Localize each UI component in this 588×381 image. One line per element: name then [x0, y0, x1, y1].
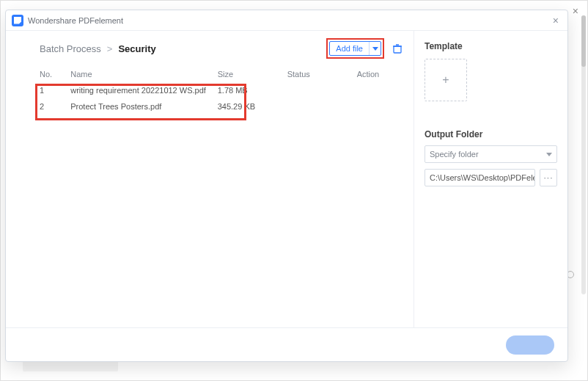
breadcrumb-root[interactable]: Batch Process — [40, 43, 101, 54]
modal-titlebar: Wondershare PDFelement × — [6, 10, 567, 31]
folder-mode-label: Specify folder — [430, 150, 479, 159]
addfile-highlight: Add file — [326, 38, 384, 59]
output-path-row: C:\Users\WS\Desktop\PDFelement\Sec ··· — [425, 169, 557, 186]
breadcrumb-current: Security — [118, 43, 155, 54]
file-table-area: No. Name Size Status Action 1 writing re… — [40, 66, 403, 115]
folder-mode-select[interactable]: Specify folder — [425, 145, 557, 163]
chevron-right-icon: > — [107, 43, 113, 54]
cell-size: 1.78 MB — [218, 82, 287, 98]
cell-size: 345.29 KB — [218, 98, 287, 115]
cell-no: 1 — [40, 82, 70, 98]
col-no: No. — [40, 66, 70, 82]
breadcrumb-row: Batch Process > Security Add file — [40, 38, 403, 59]
cell-name: Protect Trees Posters.pdf — [70, 98, 218, 115]
col-name: Name — [70, 66, 218, 82]
add-file-button[interactable]: Add file — [329, 41, 381, 56]
template-title: Template — [425, 41, 557, 51]
output-title: Output Folder — [425, 129, 557, 139]
apply-button[interactable] — [506, 335, 554, 355]
add-file-label: Add file — [330, 42, 369, 55]
modal-body: Batch Process > Security Add file — [6, 31, 567, 327]
output-path-field[interactable]: C:\Users\WS\Desktop\PDFelement\Sec — [425, 169, 535, 186]
modal-title: Wondershare PDFelement — [28, 16, 123, 25]
cell-status — [287, 82, 357, 98]
browse-folder-button[interactable]: ··· — [540, 169, 557, 186]
main-pane: Batch Process > Security Add file — [6, 31, 414, 327]
batch-process-modal: Wondershare PDFelement × Batch Process >… — [5, 10, 568, 362]
desktop-window: × CI 5.8 Wondershare PDFelement × — [0, 0, 588, 381]
outer-close-icon[interactable]: × — [573, 5, 578, 17]
modal-close-icon[interactable]: × — [550, 15, 562, 26]
scrollbar[interactable] — [581, 15, 586, 294]
table-row[interactable]: 1 writing requirement 20221012 WS.pdf 1.… — [40, 82, 403, 98]
svg-rect-3 — [394, 46, 401, 53]
col-size: Size — [218, 66, 287, 82]
cell-action — [357, 98, 403, 115]
col-action: Action — [357, 66, 403, 82]
chevron-down-icon — [546, 153, 552, 156]
clear-list-icon[interactable] — [392, 43, 403, 54]
output-section: Output Folder Specify folder C:\Users\WS… — [425, 129, 557, 186]
app-logo-icon — [12, 15, 23, 26]
cell-name: writing requirement 20221012 WS.pdf — [70, 82, 218, 98]
toolbar-right: Add file — [326, 38, 403, 59]
plus-icon: + — [442, 73, 449, 87]
col-status: Status — [287, 66, 357, 82]
file-table: No. Name Size Status Action 1 writing re… — [40, 66, 403, 115]
breadcrumb: Batch Process > Security — [40, 43, 156, 54]
template-section: Template + — [425, 41, 557, 101]
table-row[interactable]: 2 Protect Trees Posters.pdf 345.29 KB — [40, 98, 403, 115]
table-header-row: No. Name Size Status Action — [40, 66, 403, 82]
cell-no: 2 — [40, 98, 70, 115]
modal-footer — [6, 327, 567, 361]
cell-status — [287, 98, 357, 115]
side-pane: Template + Output Folder Specify folder — [414, 31, 567, 327]
cell-action — [357, 82, 403, 98]
chevron-down-icon[interactable] — [369, 42, 381, 55]
add-template-button[interactable]: + — [425, 59, 467, 101]
